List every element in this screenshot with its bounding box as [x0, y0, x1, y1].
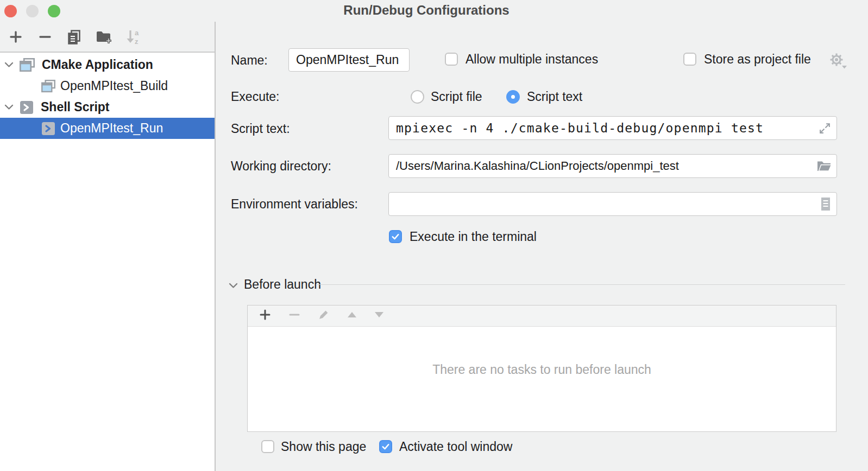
svg-text:a: a: [135, 29, 139, 37]
environment-variables-label: Environment variables:: [231, 197, 358, 212]
script-text-label: Script text:: [231, 122, 290, 136]
chevron-down-icon[interactable]: [4, 62, 15, 68]
tree-item-cmake-application[interactable]: CMake Application: [0, 54, 215, 75]
shell-script-icon: [20, 100, 34, 114]
script-file-radio-label[interactable]: Script file: [431, 90, 482, 104]
cmake-application-icon: [20, 58, 35, 72]
working-directory-input[interactable]: /Users/Marina.Kalashina/CLionProjects/op…: [388, 154, 837, 178]
tree-item-shell-script[interactable]: Shell Script: [0, 97, 215, 118]
store-as-project-file-label: Store as project file: [704, 52, 811, 67]
tree-item-label: OpenMPItest_Build: [60, 79, 168, 93]
sidebar-toolbar: a z: [0, 22, 215, 53]
execute-in-terminal-label[interactable]: Execute in the terminal: [410, 230, 537, 244]
copy-icon[interactable]: [66, 28, 83, 46]
tree-item-label: OpenMPItest_Run: [60, 121, 163, 136]
tree-item-label: Shell Script: [41, 100, 110, 114]
name-label: Name:: [231, 53, 268, 68]
titlebar: Run/Debug Configurations: [0, 0, 868, 22]
run-debug-configurations-dialog: Run/Debug Configurations: [0, 0, 868, 471]
svg-text:z: z: [135, 37, 139, 46]
add-icon[interactable]: [7, 28, 24, 46]
before-launch-title[interactable]: Before launch: [244, 277, 321, 292]
window-title: Run/Debug Configurations: [0, 3, 853, 18]
show-this-page-checkbox[interactable]: [261, 440, 274, 453]
new-folder-icon[interactable]: [95, 28, 112, 46]
execute-label: Execute:: [231, 90, 280, 104]
remove-icon[interactable]: [36, 28, 54, 46]
store-as-project-file-checkbox[interactable]: [683, 53, 696, 66]
edit-task-icon[interactable]: [317, 308, 330, 323]
remove-task-icon[interactable]: [288, 308, 301, 323]
tree-item-openmpitest-build[interactable]: OpenMPItest_Build: [0, 75, 215, 97]
script-text-radio[interactable]: [506, 90, 520, 104]
allow-multiple-instances-checkbox[interactable]: [445, 53, 458, 66]
configurations-sidebar: a z CMake Application: [0, 22, 216, 471]
sort-alpha-icon[interactable]: a z: [124, 28, 142, 46]
before-launch-toolbar: [248, 305, 836, 327]
before-launch-collapse-icon[interactable]: [229, 281, 238, 291]
move-down-icon[interactable]: [374, 311, 385, 321]
cmake-application-icon: [41, 80, 55, 93]
add-task-icon[interactable]: [259, 308, 272, 323]
activate-tool-window-checkbox[interactable]: [379, 440, 392, 453]
chevron-down-icon[interactable]: [4, 104, 15, 110]
list-paste-icon[interactable]: [820, 196, 832, 212]
before-launch-empty-text: There are no tasks to run before launch: [248, 327, 836, 431]
configurations-tree: CMake Application OpenMPItest_Build: [0, 53, 215, 139]
before-launch-divider: [317, 284, 845, 285]
expand-icon[interactable]: [818, 122, 832, 135]
move-up-icon[interactable]: [347, 311, 357, 321]
tree-item-label: CMake Application: [42, 58, 153, 72]
open-folder-icon[interactable]: [816, 160, 832, 173]
tree-item-openmpitest-run[interactable]: OpenMPItest_Run: [0, 118, 215, 139]
gear-icon[interactable]: [829, 52, 847, 72]
script-file-radio[interactable]: [411, 90, 424, 104]
show-this-page-label[interactable]: Show this page: [281, 440, 366, 454]
script-text-input[interactable]: mpiexec -n 4 ./cmake-build-debug/openmpi…: [388, 116, 837, 140]
before-launch-tasks-panel: There are no tasks to run before launch: [247, 305, 836, 432]
working-directory-label: Working directory:: [231, 159, 331, 174]
script-text-radio-label[interactable]: Script text: [527, 90, 582, 104]
activate-tool-window-label[interactable]: Activate tool window: [399, 440, 512, 454]
environment-variables-input[interactable]: [388, 192, 837, 216]
allow-multiple-instances-label: Allow multiple instances: [466, 52, 598, 67]
execute-in-terminal-checkbox[interactable]: [389, 230, 402, 243]
shell-script-icon: [41, 122, 55, 136]
name-input[interactable]: [288, 48, 410, 72]
